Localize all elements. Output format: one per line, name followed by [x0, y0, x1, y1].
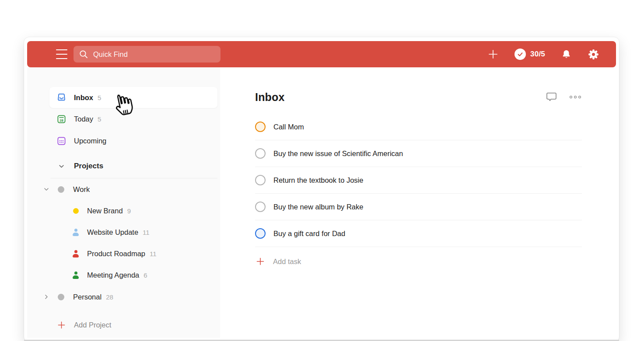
settings-gear-icon — [588, 49, 599, 60]
shared-person-icon — [71, 250, 80, 258]
project-count: 28 — [106, 293, 113, 301]
task-row[interactable]: Call Mom — [255, 114, 582, 140]
sidebar-project-product-roadmap[interactable]: Product Roadmap 11 — [49, 243, 217, 264]
main-content: Inbox — [220, 67, 616, 338]
top-bar: 30/5 — [27, 41, 616, 67]
search-icon — [79, 49, 88, 59]
shared-person-icon — [71, 271, 80, 280]
project-color-dot — [58, 294, 64, 300]
sidebar: Inbox 5 28 Today 5 — [27, 67, 220, 338]
sidebar-item-inbox[interactable]: Inbox 5 — [49, 87, 217, 108]
inbox-icon — [56, 93, 66, 102]
task-complete-circle[interactable] — [255, 148, 266, 159]
sidebar-item-today[interactable]: 28 Today 5 — [49, 108, 217, 130]
sidebar-item-upcoming[interactable]: Upcoming — [49, 130, 217, 152]
sidebar-item-label: Inbox — [74, 94, 93, 102]
task-complete-circle[interactable] — [255, 175, 266, 185]
project-count: 11 — [143, 229, 150, 236]
sidebar-project-work[interactable]: Work — [43, 178, 217, 200]
checkmark-circle-icon — [514, 49, 526, 60]
project-color-dot — [71, 207, 80, 216]
sidebar-projects-header[interactable]: Projects — [49, 154, 217, 178]
project-count: 6 — [144, 271, 147, 279]
add-task-button[interactable]: Add task — [255, 249, 582, 274]
project-color-dot — [58, 186, 64, 193]
comment-icon — [546, 91, 557, 103]
search-input[interactable] — [92, 50, 215, 59]
task-label: Buy the new issue of Scientific American — [273, 150, 403, 158]
chevron-down-icon[interactable] — [43, 186, 50, 192]
project-label: Product Roadmap — [87, 250, 145, 258]
plus-icon — [56, 320, 66, 330]
add-project-button[interactable]: Add Project — [49, 314, 217, 336]
projects-header-label: Projects — [74, 162, 103, 170]
app-window: 30/5 — [24, 37, 619, 341]
task-label: Call Mom — [273, 123, 304, 131]
sidebar-project-website-update[interactable]: Website Update 11 — [49, 222, 217, 243]
page-title: Inbox — [255, 91, 285, 104]
upcoming-calendar-icon — [56, 136, 66, 146]
chevron-right-icon[interactable] — [43, 294, 50, 300]
sidebar-item-count: 5 — [98, 94, 101, 101]
sidebar-project-new-brand[interactable]: New Brand 9 — [49, 200, 217, 222]
svg-text:28: 28 — [60, 118, 63, 122]
settings-button[interactable] — [588, 49, 599, 60]
hamburger-menu-icon[interactable] — [56, 49, 67, 59]
task-row[interactable]: Buy a gift card for Dad — [255, 220, 582, 247]
more-options-button[interactable] — [569, 95, 582, 99]
task-label: Buy a gift card for Dad — [273, 230, 345, 238]
sidebar-item-label: Upcoming — [74, 137, 106, 145]
project-count: 9 — [127, 207, 131, 215]
task-row[interactable]: Buy the new issue of Scientific American — [255, 140, 582, 167]
quick-find-search[interactable] — [74, 46, 220, 63]
project-count: 11 — [150, 250, 157, 257]
task-label: Buy the new album by Rake — [273, 203, 363, 211]
karma-count: 30/5 — [530, 50, 545, 59]
topbar-actions: 30/5 — [487, 49, 616, 60]
add-task-plus-button[interactable] — [487, 49, 499, 60]
chevron-down-icon[interactable] — [56, 161, 66, 171]
today-calendar-icon: 28 — [56, 114, 66, 124]
project-label: New Brand — [87, 207, 123, 215]
add-project-label: Add Project — [74, 321, 111, 329]
task-complete-circle[interactable] — [255, 122, 266, 132]
project-label: Personal — [73, 293, 102, 301]
shared-person-icon — [71, 228, 80, 237]
plus-icon — [487, 49, 499, 60]
sidebar-item-count: 5 — [98, 115, 101, 123]
task-complete-circle[interactable] — [255, 228, 266, 239]
add-task-label: Add task — [273, 257, 301, 266]
notifications-button[interactable] — [561, 49, 572, 60]
project-label: Website Update — [87, 228, 138, 237]
sidebar-item-label: Today — [74, 115, 93, 123]
notifications-bell-icon — [561, 49, 572, 60]
task-complete-circle[interactable] — [255, 202, 266, 212]
comment-button[interactable] — [546, 91, 557, 103]
project-label: Work — [73, 185, 90, 194]
task-row[interactable]: Return the textbook to Josie — [255, 167, 582, 194]
sidebar-project-meeting-agenda[interactable]: Meeting Agenda 6 — [49, 264, 217, 286]
sidebar-project-personal[interactable]: Personal 28 — [43, 286, 217, 308]
project-label: Meeting Agenda — [87, 271, 139, 279]
task-label: Return the textbook to Josie — [273, 176, 363, 184]
more-options-icon — [569, 95, 582, 99]
plus-icon — [255, 257, 266, 266]
task-row[interactable]: Buy the new album by Rake — [255, 194, 582, 220]
karma-progress-badge[interactable]: 30/5 — [514, 49, 545, 60]
